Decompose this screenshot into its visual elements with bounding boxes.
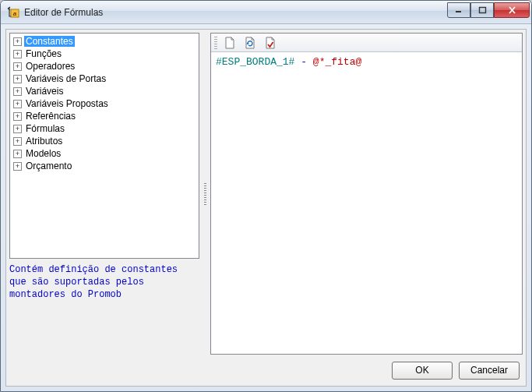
expand-icon[interactable]: + <box>13 50 22 58</box>
tree-item[interactable]: +Operadores <box>13 60 196 72</box>
document-check-button[interactable] <box>262 35 278 51</box>
tree-item[interactable]: +Variáveis de Portas <box>13 72 196 85</box>
tree-item[interactable]: +Referências <box>13 110 196 122</box>
expand-icon[interactable]: + <box>13 150 22 158</box>
tree-item[interactable]: +Constantes <box>13 35 196 48</box>
tree-item-label: Funções <box>24 48 63 59</box>
tree-item-label: Modelos <box>24 148 62 159</box>
document-refresh-button[interactable] <box>242 35 258 51</box>
expand-icon[interactable]: + <box>13 162 22 171</box>
tree-item-label: Variáveis <box>24 86 65 97</box>
minimize-button[interactable] <box>447 2 470 18</box>
cancel-button[interactable]: Cancelar <box>459 362 520 380</box>
tree-item-label: Fórmulas <box>24 123 66 134</box>
formula-token: #ESP_BORDA_1# <box>216 56 294 68</box>
svg-rect-3 <box>479 7 485 12</box>
expand-icon[interactable]: + <box>13 37 22 46</box>
tree-item[interactable]: +Atributos <box>13 135 196 147</box>
expand-icon[interactable]: + <box>13 137 22 146</box>
tree-item[interactable]: +Orçamento <box>13 160 196 172</box>
editor-toolbar <box>211 34 522 52</box>
tree-item[interactable]: +Fórmulas <box>13 122 196 135</box>
tree-item[interactable]: +Modelos <box>13 147 196 160</box>
description-panel: Contém definição de constantes que são s… <box>9 262 199 355</box>
editor-panel: #ESP_BORDA_1# - @*_fita@ <box>210 33 523 355</box>
category-tree[interactable]: +Constantes+Funções+Operadores+Variáveis… <box>9 33 199 259</box>
client-area: +Constantes+Funções+Operadores+Variáveis… <box>5 29 527 387</box>
expand-icon[interactable]: + <box>13 112 22 121</box>
tree-item-label: Operadores <box>24 61 76 72</box>
tree-item-label: Constantes <box>24 36 75 47</box>
formula-editor[interactable]: #ESP_BORDA_1# - @*_fita@ <box>211 52 522 354</box>
editor-window: a Editor de Fórmulas +Constantes+Funções… <box>0 0 532 392</box>
expand-icon[interactable]: + <box>13 75 22 83</box>
expand-icon[interactable]: + <box>13 87 22 96</box>
expand-icon[interactable]: + <box>13 62 22 71</box>
toolbar-grip-icon <box>214 37 217 49</box>
tree-item-label: Atributos <box>24 136 64 147</box>
tree-item[interactable]: +Variáveis <box>13 85 196 97</box>
svg-text:a: a <box>13 10 17 17</box>
expand-icon[interactable]: + <box>13 125 22 133</box>
maximize-button[interactable] <box>470 2 494 18</box>
tree-item[interactable]: +Funções <box>13 48 196 60</box>
left-panel: +Constantes+Funções+Operadores+Variáveis… <box>9 33 199 355</box>
splitter[interactable] <box>203 33 207 355</box>
window-title: Editor de Fórmulas <box>24 7 447 18</box>
tree-item-label: Referências <box>24 111 77 122</box>
svg-rect-2 <box>456 11 461 12</box>
formula-token: @*_fita@ <box>313 56 361 68</box>
new-document-button[interactable] <box>222 35 238 51</box>
content-row: +Constantes+Funções+Operadores+Variáveis… <box>9 33 523 355</box>
window-controls <box>447 2 530 18</box>
close-button[interactable] <box>494 2 530 18</box>
tree-item-label: Variáveis de Portas <box>24 73 107 84</box>
dialog-buttons: OK Cancelar <box>9 355 523 383</box>
expand-icon[interactable]: + <box>13 100 22 108</box>
tree-item-label: Orçamento <box>24 161 73 171</box>
splitter-grip-icon <box>204 183 206 205</box>
formula-icon: a <box>7 6 19 19</box>
titlebar[interactable]: a Editor de Fórmulas <box>1 1 531 24</box>
tree-item[interactable]: +Variáveis Propostas <box>13 97 196 110</box>
formula-token: - <box>294 56 312 68</box>
tree-item-label: Variáveis Propostas <box>24 98 110 109</box>
ok-button[interactable]: OK <box>392 362 453 380</box>
